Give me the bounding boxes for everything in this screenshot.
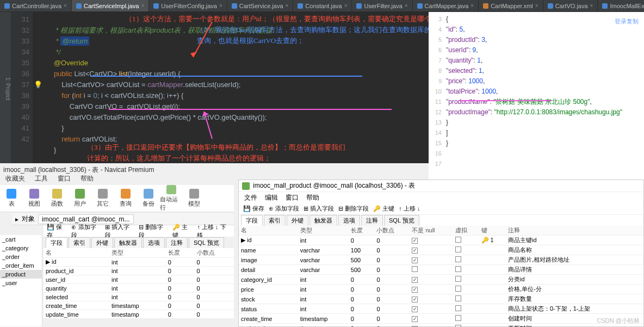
table-row[interactable]: update_timetimestamp00 xyxy=(44,310,234,319)
toolbar-action[interactable]: ⊕ 添加字段 xyxy=(71,223,101,239)
notnull-checkbox[interactable] xyxy=(412,297,418,303)
designer-tab[interactable]: SQL 预览 xyxy=(189,237,224,248)
project-tool-window[interactable]: 1: Project xyxy=(0,12,11,163)
menu-item[interactable]: 窗口 xyxy=(58,174,71,185)
column-header[interactable]: 不是 null xyxy=(410,226,453,236)
toolbar-action[interactable]: ⊞ 插入字段 xyxy=(304,205,334,213)
save-icon[interactable]: 💾 保存 xyxy=(47,223,67,239)
virtual-checkbox[interactable] xyxy=(455,286,461,292)
column-header[interactable]: 长度 xyxy=(166,248,195,258)
close-icon[interactable]: × xyxy=(535,3,538,9)
menu-item[interactable]: 窗口 xyxy=(286,193,299,202)
notnull-checkbox[interactable] xyxy=(412,257,418,263)
notnull-checkbox[interactable] xyxy=(412,238,418,244)
table-row[interactable]: ▶ idint00 xyxy=(44,258,234,267)
table-row[interactable]: ▶ idint00 🔑 1 商品主键id xyxy=(239,236,643,245)
toolbar-action[interactable]: ↑ 上移 ↓ 下移 xyxy=(197,223,231,239)
column-header[interactable]: 名 xyxy=(44,248,109,258)
table-row[interactable]: detailvarchar5000 商品详情 xyxy=(239,265,643,275)
toolbar-action[interactable]: 🔑 主键 xyxy=(172,223,193,239)
menu-item[interactable]: 工具 xyxy=(35,174,48,185)
editor-tab[interactable]: ImoocMallExceptic× xyxy=(598,0,644,11)
virtual-checkbox[interactable] xyxy=(455,276,461,282)
notnull-checkbox[interactable] xyxy=(412,316,418,322)
table-row[interactable]: selectedint00 xyxy=(44,293,234,301)
notnull-checkbox[interactable] xyxy=(412,266,418,272)
table-row[interactable]: product_idint00 xyxy=(44,267,234,275)
close-icon[interactable]: × xyxy=(344,3,348,9)
table-row[interactable]: quantityint00 xyxy=(44,284,234,293)
column-header[interactable]: 小数点 xyxy=(374,226,410,236)
toolbar-button[interactable]: 模型 xyxy=(183,185,206,212)
close-icon[interactable]: × xyxy=(219,3,222,9)
close-icon[interactable]: × xyxy=(141,3,144,9)
toolbar-button[interactable]: 查询 xyxy=(114,185,137,212)
menu-item[interactable]: 编辑 xyxy=(265,193,278,202)
expand-icon[interactable]: ▸ xyxy=(15,215,18,223)
toolbar-button[interactable]: 备份 xyxy=(137,185,160,212)
editor-tab[interactable]: CartServiceImpl.java× xyxy=(72,0,149,11)
table-row[interactable]: create_timetimestamp00 xyxy=(44,301,234,310)
toolbar-button[interactable]: 用户 xyxy=(69,185,91,212)
table-row[interactable]: update_timetimestamp00 更新时间 xyxy=(239,324,643,328)
tree-item[interactable]: _cart xyxy=(0,235,42,244)
login-copy-link[interactable]: 登录复制 xyxy=(615,17,639,26)
toolbar-button[interactable]: 表 xyxy=(0,185,23,212)
navicat-menu[interactable]: 收藏夹工具窗口帮助 xyxy=(0,174,234,185)
table-row[interactable]: imagevarchar5000 产品图片,相对路径地址 xyxy=(239,255,643,265)
notnull-checkbox[interactable] xyxy=(412,248,418,254)
column-header[interactable]: 注释 xyxy=(506,226,643,236)
designer-tab[interactable]: 触发器 xyxy=(309,215,337,226)
editor-tab[interactable]: CartService.java× xyxy=(227,0,294,11)
product-menu[interactable]: 文件编辑窗口帮助 xyxy=(239,192,643,203)
menu-item[interactable]: 文件 xyxy=(244,193,257,202)
toolbar-action[interactable]: ↑ 上移 ↓ xyxy=(399,205,420,213)
toolbar-button[interactable]: 函数 xyxy=(46,185,69,212)
column-header[interactable]: 虚拟 xyxy=(453,226,479,236)
table-row[interactable]: namevarchar1000 商品名称 xyxy=(239,245,643,255)
column-header[interactable]: 类型 xyxy=(298,226,349,236)
column-header[interactable]: 键 xyxy=(479,226,506,236)
column-header[interactable]: 名 xyxy=(239,226,298,236)
close-icon[interactable]: × xyxy=(590,3,593,9)
save-icon[interactable]: 💾 保存 xyxy=(243,205,264,213)
designer-tab[interactable]: 索引 xyxy=(69,237,90,248)
toolbar-action[interactable]: 🔑 主键 xyxy=(373,205,394,213)
toolbar-button[interactable]: 自动运行 xyxy=(160,185,183,212)
menu-item[interactable]: 帮助 xyxy=(306,193,319,202)
editor-tab[interactable]: CartMapper.xml× xyxy=(479,0,543,11)
editor-tab[interactable]: Constant.java× xyxy=(293,0,352,11)
column-header[interactable]: 小数点 xyxy=(195,248,234,258)
virtual-checkbox[interactable] xyxy=(455,295,461,301)
column-header[interactable]: 类型 xyxy=(109,248,166,258)
notnull-checkbox[interactable] xyxy=(412,306,418,312)
designer-tab[interactable]: 触发器 xyxy=(114,237,142,248)
table-row[interactable]: priceint00 价格,单位-分 xyxy=(239,285,643,294)
virtual-checkbox[interactable] xyxy=(455,246,461,252)
notnull-checkbox[interactable] xyxy=(412,287,418,293)
menu-item[interactable]: 帮助 xyxy=(81,174,94,185)
tree-item[interactable]: _product xyxy=(0,270,42,279)
table-row[interactable]: user_idint00 xyxy=(44,275,234,284)
tree-item[interactable]: _order xyxy=(0,252,42,261)
close-icon[interactable]: × xyxy=(286,3,289,9)
toolbar-action[interactable]: ⊟ 删除字段 xyxy=(139,223,168,239)
product-table-grid[interactable]: 名类型长度小数点不是 null虚拟键注释 ▶ idint00 🔑 1 商品主键i… xyxy=(239,226,643,327)
table-row[interactable]: stockint00 库存数量 xyxy=(239,294,643,304)
menu-item[interactable]: 收藏夹 xyxy=(5,174,25,185)
virtual-checkbox[interactable] xyxy=(455,237,461,243)
editor-tab[interactable]: CartVO.java× xyxy=(543,0,598,11)
toolbar-button[interactable]: 其它 xyxy=(91,185,114,212)
designer-tab[interactable]: 注释 xyxy=(361,215,383,226)
virtual-checkbox[interactable] xyxy=(455,305,461,311)
designer-tab[interactable]: SQL 预览 xyxy=(384,215,419,226)
virtual-checkbox[interactable] xyxy=(455,315,461,321)
cart-table-grid[interactable]: 名类型长度小数点▶ idint00product_idint00user_idi… xyxy=(44,248,234,319)
virtual-checkbox[interactable] xyxy=(455,266,461,272)
table-row[interactable]: category_idint00 分类id xyxy=(239,275,643,285)
editor-tab[interactable]: CartMapper.java× xyxy=(413,0,479,11)
tree-item[interactable]: _order_item xyxy=(0,261,42,270)
toolbar-action[interactable]: ⊞ 插入字段 xyxy=(105,223,134,239)
close-icon[interactable]: × xyxy=(405,3,408,9)
designer-tab[interactable]: 字段 xyxy=(46,237,67,248)
